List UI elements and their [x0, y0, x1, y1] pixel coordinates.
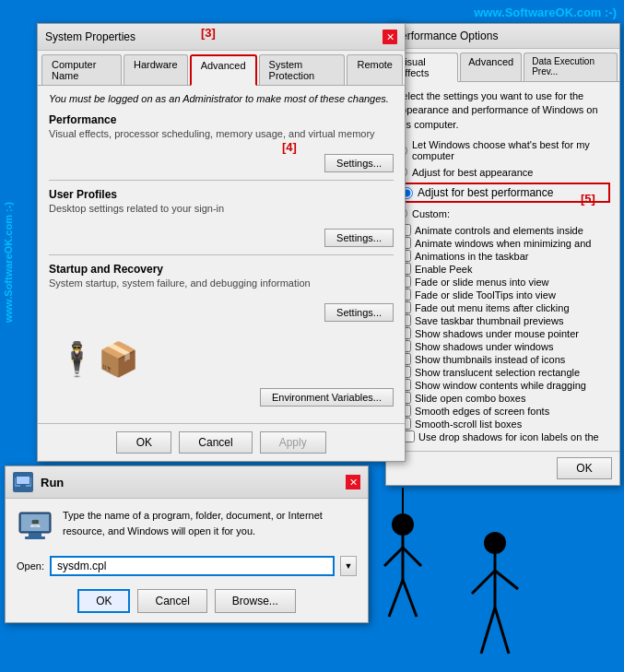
- run-dropdown-arrow[interactable]: ▼: [340, 556, 357, 576]
- run-input[interactable]: [50, 556, 335, 576]
- svg-rect-2: [17, 477, 29, 484]
- run-title-text: Run: [41, 476, 64, 489]
- run-close-button[interactable]: ✕: [346, 475, 360, 489]
- checkbox-animate-windows: Animate windows when minimizing and: [399, 237, 610, 249]
- svg-rect-8: [25, 536, 45, 539]
- radio-best-performance-label: Adjust for best performance: [418, 186, 553, 199]
- annotation-4: [4]: [282, 140, 297, 154]
- perf-options-desc: Select the settings you want to use for …: [395, 89, 610, 132]
- system-props-footer: OK Cancel Apply: [38, 423, 405, 461]
- run-description: Type the name of a program, folder, docu…: [63, 508, 357, 538]
- svg-rect-3: [20, 485, 26, 487]
- performance-label: Performance: [49, 113, 375, 126]
- checkbox-animate-controls: Animate controls and elements inside: [399, 224, 610, 236]
- annotation-5: [5]: [581, 192, 595, 206]
- system-props-tabs: Computer Name Hardware Advanced System P…: [38, 51, 405, 86]
- perf-options-content: Select the settings you want to use for …: [386, 82, 619, 451]
- system-properties-dialog: System Properties ✕ Computer Name Hardwa…: [37, 23, 406, 462]
- svg-point-10: [392, 513, 414, 536]
- svg-line-19: [472, 571, 495, 594]
- perf-options-ok-button[interactable]: OK: [557, 457, 612, 479]
- system-props-cancel-button[interactable]: Cancel: [179, 431, 252, 454]
- tab-computer-name[interactable]: Computer Name: [41, 54, 122, 85]
- run-cancel-button[interactable]: Cancel: [137, 589, 206, 613]
- watermark-top: www.SoftwareOK.com :-): [474, 6, 617, 19]
- separator-1: [49, 180, 394, 181]
- watermark-side: www.SoftwareOK.com :-): [3, 202, 14, 323]
- checkbox-drop-shadows: Use drop shadows for icon labels on the: [399, 430, 610, 442]
- performance-desc: Visual effects, processor scheduling, me…: [49, 128, 375, 139]
- checkbox-slide-combo: Slide open combo boxes: [399, 392, 610, 404]
- radio-let-windows[interactable]: Let Windows choose what's best for my co…: [395, 139, 610, 161]
- checkbox-smooth-edges: Smooth edges of screen fonts: [399, 405, 610, 417]
- checkbox-shadows-pointer: Show shadows under mouse pointer: [399, 327, 610, 339]
- svg-line-21: [481, 607, 495, 654]
- run-browse-button[interactable]: Browse...: [215, 589, 296, 613]
- run-open-label: Open:: [17, 560, 44, 572]
- svg-line-14: [389, 580, 403, 617]
- system-props-title: System Properties: [45, 30, 135, 43]
- user-profiles-settings-button[interactable]: Settings...: [324, 229, 394, 247]
- stickman-area: 🕴📦: [49, 327, 394, 383]
- run-computer-icon-svg: 💻: [18, 509, 53, 544]
- perf-tab-data-execution[interactable]: Data Execution Prev...: [524, 53, 618, 81]
- run-body: 💻 Type the name of a program, folder, do…: [6, 499, 368, 554]
- run-input-row: Open: ▼: [6, 554, 368, 584]
- svg-line-13: [403, 548, 421, 566]
- performance-settings-button[interactable]: Settings...: [324, 154, 394, 172]
- run-pc-icon: 💻: [17, 508, 53, 545]
- user-profiles-label: User Profiles: [49, 188, 224, 201]
- svg-line-22: [495, 607, 509, 654]
- svg-line-12: [384, 548, 403, 566]
- env-row: Environment Variables...: [49, 388, 394, 407]
- annotation-3: [3]: [201, 26, 216, 40]
- system-props-content: You must be logged on as an Administrato…: [38, 86, 405, 423]
- checkbox-fade-menu-items: Fade out menu items after clicking: [399, 301, 610, 313]
- system-props-ok-button[interactable]: OK: [116, 431, 171, 454]
- run-titlebar: Run ✕: [6, 466, 368, 499]
- user-profiles-desc: Desktop settings related to your sign-in: [49, 203, 224, 214]
- stickman-figure: 🕴📦: [56, 340, 139, 379]
- checkbox-thumbnails-icons: Show thumbnails instead of icons: [399, 353, 610, 365]
- tab-hardware[interactable]: Hardware: [124, 54, 188, 85]
- checkbox-fade-slide-menus: Fade or slide menus into view: [399, 276, 610, 288]
- visual-effects-checkbox-list: Animate controls and elements inside Ani…: [395, 224, 610, 442]
- radio-let-windows-label: Let Windows choose what's best for my co…: [412, 139, 610, 161]
- checkbox-smooth-scroll: Smooth-scroll list boxes: [399, 418, 610, 430]
- radio-best-appearance[interactable]: Adjust for best appearance: [395, 166, 610, 178]
- radio-best-appearance-label: Adjust for best appearance: [412, 167, 533, 178]
- perf-options-footer: OK: [386, 451, 619, 485]
- checkbox-translucent-selection: Show translucent selection rectangle: [399, 366, 610, 378]
- svg-text:💻: 💻: [29, 516, 41, 528]
- performance-section: Performance Visual effects, processor sc…: [49, 113, 394, 145]
- performance-options-dialog: Performance Options Visual Effects Advan…: [385, 23, 620, 486]
- startup-recovery-section: Startup and Recovery System startup, sys…: [49, 263, 394, 294]
- run-icon: [13, 472, 33, 492]
- environment-variables-button[interactable]: Environment Variables...: [260, 388, 394, 407]
- svg-point-17: [484, 532, 506, 554]
- perf-options-tabs: Visual Effects Advanced Data Execution P…: [386, 49, 619, 82]
- svg-rect-7: [29, 533, 41, 536]
- run-ok-button[interactable]: OK: [77, 589, 130, 613]
- tab-remote[interactable]: Remote: [347, 54, 403, 85]
- checkbox-show-window-dragging: Show window contents while dragging: [399, 379, 610, 391]
- tab-system-protection[interactable]: System Protection: [259, 54, 346, 85]
- checkbox-enable-peek: Enable Peek: [399, 263, 610, 275]
- svg-rect-4: [18, 487, 28, 489]
- radio-best-performance-container: Adjust for best performance: [395, 183, 610, 203]
- run-footer: OK Cancel Browse...: [6, 584, 368, 622]
- tab-advanced[interactable]: Advanced: [190, 54, 257, 86]
- system-props-close-button[interactable]: ✕: [383, 29, 397, 44]
- checkbox-shadows-windows: Show shadows under windows: [399, 340, 610, 352]
- user-profiles-section: User Profiles Desktop settings related t…: [49, 188, 394, 219]
- startup-recovery-label: Startup and Recovery: [49, 263, 311, 276]
- svg-line-15: [403, 580, 417, 617]
- checkbox-fade-slide-tooltips: Fade or slide ToolTips into view: [399, 289, 610, 301]
- perf-tab-advanced[interactable]: Advanced: [460, 53, 522, 81]
- startup-recovery-settings-button[interactable]: Settings...: [324, 303, 394, 322]
- system-props-apply-button[interactable]: Apply: [260, 431, 326, 454]
- startup-recovery-desc: System startup, system failure, and debu…: [49, 277, 311, 289]
- radio-custom[interactable]: Custom:: [395, 207, 610, 219]
- admin-notice: You must be logged on as an Administrato…: [49, 93, 394, 104]
- checkbox-animations-taskbar: Animations in the taskbar: [399, 250, 610, 262]
